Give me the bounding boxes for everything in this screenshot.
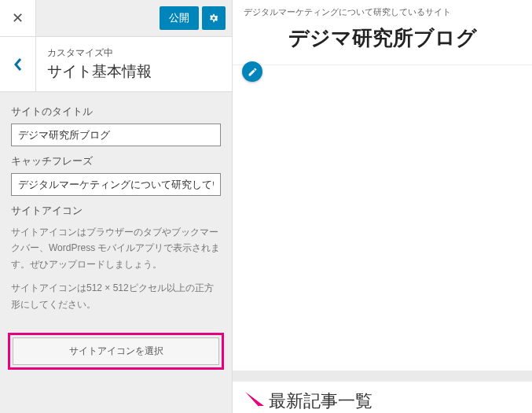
latest-posts-section: 最新記事一覧 [233, 371, 532, 413]
panel-title: サイト基本情報 [47, 61, 152, 82]
panel-body: サイトのタイトル キャッチフレーズ サイトアイコン サイトアイコンはブラウザーの… [0, 92, 232, 322]
site-preview: デジタルマーケティングについて研究しているサイト デジマ研究所ブログ [233, 0, 532, 413]
edit-shortcut-button[interactable] [242, 61, 262, 82]
gear-icon [208, 13, 219, 24]
panel-subtitle: カスタマイズ中 [47, 46, 152, 60]
tagline-label: キャッチフレーズ [11, 154, 221, 168]
customizer-topbar: ✕ 公開 [0, 0, 232, 37]
publish-button[interactable]: 公開 [160, 6, 199, 30]
site-icon-desc2: サイトアイコンは512 × 512ピクセル以上の正方形にしてください。 [11, 280, 221, 312]
preview-site-title: デジマ研究所ブログ [233, 20, 532, 65]
select-icon-highlight: サイトアイコンを選択 [8, 333, 224, 370]
site-title-input[interactable] [11, 124, 221, 146]
close-button[interactable]: ✕ [0, 0, 36, 36]
chevron-left-icon [13, 57, 23, 72]
preview-site-desc: デジタルマーケティングについて研究しているサイト [233, 0, 532, 20]
back-button[interactable] [0, 37, 36, 91]
tagline-input[interactable] [11, 173, 221, 196]
publish-label: 公開 [169, 11, 189, 25]
customizer-sidebar: ✕ 公開 カスタマイズ中 サイト基本情報 サイトのタイトル キャッチフレーズ サ… [0, 0, 233, 413]
panel-header: カスタマイズ中 サイト基本情報 [0, 37, 232, 92]
settings-button[interactable] [202, 6, 226, 30]
site-icon-desc1: サイトアイコンはブラウザーのタブやブックマークバー、WordPress モバイル… [11, 224, 221, 272]
pencil-icon [248, 67, 258, 77]
site-icon-label: サイトアイコン [11, 204, 221, 218]
site-title-label: サイトのタイトル [11, 105, 221, 119]
latest-posts-heading: 最新記事一覧 [269, 389, 372, 413]
select-site-icon-button[interactable]: サイトアイコンを選択 [13, 337, 219, 365]
close-icon: ✕ [12, 9, 24, 27]
annotation-arrow-icon [244, 390, 266, 409]
